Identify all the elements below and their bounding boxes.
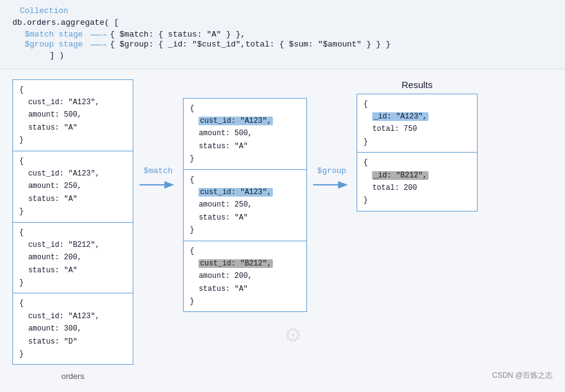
- highlight-cust-id-2: cust_id: "A123",: [198, 188, 272, 197]
- collection-box: { cust_id: "A123", amount: 500, status: …: [12, 79, 133, 365]
- doc-3: { cust_id: "B212", amount: 200, status: …: [13, 223, 133, 294]
- match-stage-row: $match stage ——→ { $match: { status: "A"…: [25, 30, 553, 40]
- result-id-2: _id: "B212",: [372, 171, 428, 180]
- match-result-box: { cust_id: "A123", amount: 500, status: …: [183, 98, 307, 313]
- doc-4: { cust_id: "A123", amount: 300, status: …: [13, 293, 133, 364]
- match-result-section: { cust_id: "A123", amount: 500, status: …: [183, 98, 307, 313]
- match-stage-code: { $match: { status: "A" } },: [110, 30, 245, 39]
- bottom-labels: orders ⚙️ CSDN @百炼之志: [0, 370, 565, 381]
- group-arrow-svg: [313, 178, 350, 192]
- match-arrow-label: $match: [144, 166, 173, 176]
- results-section: Results { _id: "A123", total: 750 } { _i…: [357, 79, 478, 212]
- group-arrow-label: $group: [318, 166, 347, 176]
- result-doc-2: { _id: "B212", total: 200 }: [357, 153, 477, 211]
- results-title: Results: [401, 79, 432, 90]
- group-stage-label: $group stage: [25, 40, 87, 49]
- orders-label: orders: [12, 372, 133, 381]
- doc-1: { cust_id: "A123", amount: 500, status: …: [13, 80, 133, 151]
- collection-label: Collection: [20, 6, 68, 16]
- match-arrow-svg: [140, 178, 177, 192]
- collection-section: { cust_id: "A123", amount: 500, status: …: [12, 79, 133, 365]
- result-doc-1: { _id: "A123", total: 750 }: [357, 94, 477, 153]
- match-stage-label: $match stage: [25, 30, 87, 39]
- match-doc-2: { cust_id: "A123", amount: 250, status: …: [184, 170, 306, 241]
- results-box: { _id: "A123", total: 750 } { _id: "B212…: [357, 94, 478, 212]
- code-line-1: db.orders.aggregate( [: [12, 17, 553, 30]
- code-line-close: ] ): [50, 50, 553, 63]
- doc-2: { cust_id: "A123", amount: 250, status: …: [13, 151, 133, 223]
- group-stage-code: { $group: { _id: "$cust_id",total: { $su…: [110, 40, 390, 49]
- highlight-cust-id-1: cust_id: "A123",: [198, 117, 272, 125]
- csdn-label: CSDN @百炼之志: [492, 370, 553, 381]
- diagram-area: { cust_id: "A123", amount: 500, status: …: [0, 69, 565, 342]
- group-stage-row: $group stage ——→ { $group: { _id: "$cust…: [25, 40, 553, 50]
- match-doc-1: { cust_id: "A123", amount: 500, status: …: [184, 99, 306, 170]
- group-arrow-container: $group: [307, 166, 357, 192]
- code-header: Collection ↓ db.orders.aggregate( [ $mat…: [0, 0, 565, 69]
- highlight-cust-id-3: cust_id: "B212",: [198, 259, 272, 268]
- match-arrow-container: $match: [133, 166, 183, 192]
- match-doc-3: { cust_id: "B212", amount: 200, status: …: [184, 241, 306, 312]
- group-stage-arrow: ——→: [91, 40, 106, 50]
- result-id-1: _id: "A123",: [372, 112, 428, 121]
- match-stage-arrow: ——→: [91, 30, 106, 40]
- collection-arrow-down: ↓: [42, 17, 48, 29]
